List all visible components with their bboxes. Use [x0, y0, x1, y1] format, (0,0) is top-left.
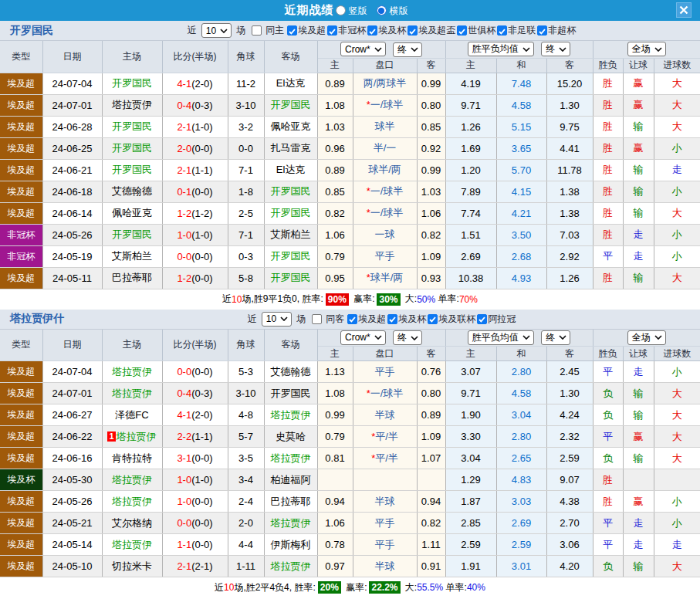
euro-final-select[interactable]: 终 — [541, 42, 570, 56]
asian-final-select[interactable]: 终 — [393, 42, 422, 57]
asian-home-odds-cell: 0.82 — [317, 202, 353, 224]
home-team-name[interactable]: 艾德翰德 — [112, 185, 152, 197]
league-checkbox-label[interactable]: 埃及超 — [298, 24, 326, 37]
away-team-name[interactable]: 巴拉蒂耶 — [271, 496, 311, 507]
away-team-name[interactable]: 开罗国民 — [271, 272, 311, 283]
same-venue-checkbox[interactable] — [252, 25, 262, 36]
league-checkbox[interactable] — [387, 314, 397, 324]
chevron-down-icon — [411, 336, 418, 340]
away-team-name[interactable]: 伊斯梅利 — [271, 539, 311, 550]
same-venue-label[interactable]: 同客 — [326, 313, 344, 326]
away-team-name[interactable]: 开罗国民 — [271, 99, 311, 110]
home-team-name[interactable]: 艾尔格纳 — [112, 517, 152, 529]
home-team-name[interactable]: 开罗国民 — [112, 120, 152, 132]
match-row: 埃及超24-06-14佩哈亚克1-2(1-2)2-5开罗国民0.82*一/球半1… — [0, 202, 700, 224]
league-checkbox[interactable] — [537, 25, 547, 36]
home-team-name[interactable]: 塔拉贾伊 — [117, 431, 157, 442]
home-team-name[interactable]: 开罗国民 — [112, 77, 152, 89]
league-checkbox-label[interactable]: 埃及超 — [358, 313, 386, 326]
league-checkbox-label[interactable]: 阿拉冠 — [488, 313, 516, 326]
home-team-name[interactable]: 切拉米卡 — [112, 560, 152, 572]
league-type-cell: 埃及超 — [0, 267, 42, 289]
away-team-name[interactable]: 佩哈亚克 — [271, 120, 311, 132]
league-checkbox[interactable] — [287, 25, 297, 36]
league-checkbox-label[interactable]: 埃及超盃 — [418, 24, 455, 37]
league-checkbox[interactable] — [367, 25, 377, 36]
home-team-name[interactable]: 塔拉贾伊 — [112, 474, 152, 486]
league-checkbox-label[interactable]: 非足联 — [508, 24, 536, 37]
away-team-cell: 开罗国民 — [264, 267, 317, 289]
league-checkbox[interactable] — [347, 314, 357, 324]
corner-cell: 4-8 — [228, 404, 264, 426]
layout-radio-vertical[interactable] — [336, 5, 346, 15]
away-team-name[interactable]: 史莫哈 — [276, 431, 306, 442]
away-team-name[interactable]: 柏迪福阿 — [271, 474, 311, 486]
away-team-name[interactable]: 艾斯柏兰 — [271, 228, 311, 240]
bookmaker-select[interactable]: Crow* — [340, 330, 386, 345]
bookmaker-select[interactable]: Crow* — [340, 42, 386, 56]
euro-mean-select[interactable]: 胜平负均值 — [468, 330, 534, 345]
league-checkbox-label[interactable]: 非超杯 — [548, 24, 576, 37]
scope-select[interactable]: 全场 — [627, 42, 666, 56]
col-header-euro-home: 主 — [445, 347, 496, 361]
close-button[interactable] — [676, 2, 692, 18]
home-team-name[interactable]: 开罗国民 — [112, 142, 152, 154]
league-checkbox[interactable] — [327, 25, 337, 36]
league-checkbox-label[interactable]: 世俱杯 — [468, 24, 495, 37]
league-checkbox[interactable] — [497, 25, 507, 36]
asian-final-select[interactable]: 终 — [393, 330, 422, 345]
league-checkbox-label[interactable]: 埃及联杯 — [438, 313, 475, 326]
home-team-name[interactable]: 塔拉贾伊 — [112, 387, 152, 399]
recent-count-select[interactable]: 10 — [201, 23, 232, 38]
away-team-name[interactable]: 开罗国民 — [271, 185, 311, 197]
league-checkbox[interactable] — [477, 314, 487, 324]
away-team-name[interactable]: 开罗国民 — [271, 207, 311, 218]
away-team-name[interactable]: 开罗国民 — [271, 387, 311, 399]
result-handicap-cell: 赢 — [623, 426, 654, 448]
asian-line: 一/球半 — [370, 387, 404, 399]
same-venue-checkbox[interactable] — [312, 314, 322, 324]
away-team-name[interactable]: 塔拉贾伊 — [271, 409, 311, 421]
euro-mean-select[interactable]: 胜平负均值 — [468, 42, 534, 56]
home-team-name[interactable]: 开罗国民 — [112, 164, 152, 175]
home-team-name[interactable]: 巴拉蒂耶 — [112, 272, 152, 283]
layout-radio-horizontal[interactable] — [377, 5, 387, 15]
home-team-name[interactable]: 塔拉贾伊 — [112, 99, 152, 110]
league-checkbox-label[interactable]: 埃及杯 — [378, 24, 406, 37]
euro-final-select[interactable]: 终 — [541, 330, 570, 345]
summary-text: 场,胜9平1负0, 胜率: — [242, 293, 323, 306]
away-team-name[interactable]: 艾德翰德 — [271, 366, 311, 377]
home-team-name[interactable]: 艾斯柏兰 — [112, 250, 152, 262]
away-team-name[interactable]: 扎马雷克 — [271, 142, 311, 154]
home-team-name[interactable]: 开罗国民 — [112, 228, 152, 240]
away-team-name[interactable]: El达克 — [276, 77, 306, 89]
league-checkbox[interactable] — [428, 314, 438, 324]
away-team-name[interactable]: 塔拉贾伊 — [271, 452, 311, 464]
corner-cell: 7-1 — [228, 159, 264, 181]
league-checkbox-label[interactable]: 埃及杯 — [398, 313, 426, 326]
halftime-score: (1-0) — [191, 121, 212, 133]
away-team-name[interactable]: 塔拉贾伊 — [271, 517, 311, 529]
league-checkbox[interactable] — [457, 25, 467, 36]
asian-line-cell: 球半 — [353, 116, 417, 137]
league-checkbox-label[interactable]: 非冠杯 — [338, 24, 366, 37]
home-team-name[interactable]: 泽德FC — [115, 409, 148, 421]
result-goals-cell: 小 — [654, 513, 700, 534]
home-team-name[interactable]: 塔拉贾伊 — [112, 539, 152, 550]
league-checkbox[interactable] — [407, 25, 418, 36]
euro-draw-odds-cell: 3.65 — [496, 137, 546, 159]
away-team-name[interactable]: 塔拉贾伊 — [271, 560, 311, 572]
home-team-name[interactable]: 塔拉贾伊 — [112, 366, 152, 377]
home-team-name[interactable]: 肯特拉特 — [112, 452, 152, 464]
recent-count-select[interactable]: 10 — [262, 312, 292, 327]
away-team-name[interactable]: 开罗国民 — [271, 250, 311, 262]
asian-home-odds-cell: 0.94 — [317, 491, 353, 513]
euro-draw-odds-cell: 2.69 — [496, 513, 546, 534]
away-team-name[interactable]: El达克 — [276, 164, 306, 175]
layout-radio-label[interactable]: 竖版 — [349, 5, 367, 16]
scope-select[interactable]: 全场 — [627, 330, 666, 345]
same-venue-label[interactable]: 同主 — [265, 24, 284, 37]
layout-radio-label[interactable]: 横版 — [390, 5, 408, 16]
home-team-name[interactable]: 塔拉贾伊 — [112, 496, 152, 507]
home-team-name[interactable]: 佩哈亚克 — [112, 207, 152, 218]
